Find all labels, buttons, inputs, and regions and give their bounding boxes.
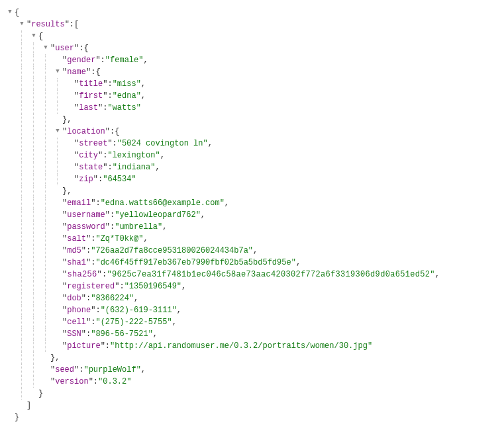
collapse-toggle[interactable]: ▼ bbox=[7, 8, 13, 17]
json-value: "9625c7ea31f7481b1ec046c58ae73aac420302f… bbox=[107, 269, 435, 281]
tree-row: "version": "0.3.2" bbox=[7, 376, 497, 388]
json-value: "female" bbox=[105, 54, 144, 67]
json-key: md5 bbox=[67, 245, 81, 257]
open-bracket: [ bbox=[74, 19, 79, 31]
tree-row: "seed": "purpleWolf", bbox=[7, 364, 497, 376]
tree-row: ▼ "location": { bbox=[7, 126, 497, 138]
json-key: city bbox=[79, 150, 98, 162]
json-key: cell bbox=[67, 316, 86, 329]
json-tree-viewer: ▼ { ▼ "results": [ ▼ { ▼ "user": { "gend… bbox=[7, 7, 497, 423]
json-key: zip bbox=[79, 173, 93, 186]
json-value: "purpleWolf" bbox=[83, 364, 140, 376]
json-key: dob bbox=[67, 292, 81, 305]
json-key: username bbox=[67, 209, 105, 222]
tree-row: "sha1": "dc46f45ff917eb367eb7990fbf02b5a… bbox=[7, 257, 497, 269]
tree-row: ] bbox=[7, 400, 497, 411]
json-key: gender bbox=[67, 54, 95, 67]
tree-row: }, bbox=[7, 185, 497, 197]
json-key: sha1 bbox=[67, 257, 86, 269]
json-value: "yellowleopard762" bbox=[115, 209, 201, 222]
json-value: "dc46f45ff917eb367eb7990fbf02b5a5bd5fd95… bbox=[95, 257, 295, 269]
tree-row: } bbox=[7, 411, 497, 423]
tree-row: ▼ "name": { bbox=[7, 66, 497, 78]
json-value: "1350196549" bbox=[125, 280, 181, 293]
json-key-name: name bbox=[67, 66, 86, 79]
json-key: seed bbox=[55, 364, 74, 376]
json-value: "umbrella" bbox=[115, 221, 162, 234]
tree-row: "street": "5024 covington ln", bbox=[7, 138, 497, 150]
tree-row: "title": "miss", bbox=[7, 78, 497, 90]
open-brace: { bbox=[83, 42, 88, 55]
json-value: "watts" bbox=[107, 102, 140, 114]
tree-row: "salt": "Zq*T0kk@", bbox=[7, 233, 497, 245]
json-value: "(275)-222-5755" bbox=[95, 316, 172, 329]
tree-row: }, bbox=[7, 114, 497, 126]
json-key: title bbox=[79, 78, 103, 91]
collapse-toggle[interactable]: ▼ bbox=[54, 127, 61, 136]
json-key: last bbox=[79, 102, 98, 114]
close-bracket: ] bbox=[26, 400, 31, 412]
json-value: "lexington" bbox=[107, 150, 160, 162]
tree-row: "zip": "64534" bbox=[7, 173, 497, 185]
close-brace: } bbox=[38, 388, 43, 400]
tree-row: "password": "umbrella", bbox=[7, 221, 497, 233]
tree-row: "sha256": "9625c7ea31f7481b1ec046c58ae73… bbox=[7, 269, 497, 280]
json-key: password bbox=[67, 221, 105, 234]
collapse-toggle[interactable]: ▼ bbox=[30, 32, 37, 41]
json-value: "0.3.2" bbox=[98, 376, 131, 388]
json-value: "896-56-7521" bbox=[91, 328, 153, 341]
json-value: "(632)-619-3111" bbox=[101, 304, 177, 317]
json-value: "5024 covington ln" bbox=[117, 138, 208, 150]
json-key-location: location bbox=[67, 126, 105, 138]
tree-row: "md5": "726aa2d7fa8cce953180026024434b7a… bbox=[7, 245, 497, 257]
json-value: "edna.watts66@example.com" bbox=[101, 197, 225, 210]
json-key-results: results bbox=[31, 19, 64, 31]
json-key: SSN bbox=[67, 328, 81, 341]
json-key: state bbox=[79, 161, 103, 174]
tree-row: "phone": "(632)-619-3111", bbox=[7, 304, 497, 316]
tree-row: "dob": "8366224", bbox=[7, 292, 497, 304]
tree-row: "picture": "http://api.randomuser.me/0.3… bbox=[7, 340, 497, 352]
json-key: salt bbox=[67, 233, 86, 245]
tree-row: "state": "indiana", bbox=[7, 161, 497, 173]
tree-row: "first": "edna", bbox=[7, 90, 497, 102]
tree-row: ▼ "results": [ bbox=[7, 19, 497, 30]
open-brace: { bbox=[15, 7, 19, 19]
tree-row: "city": "lexington", bbox=[7, 150, 497, 161]
json-key: registered bbox=[67, 280, 115, 293]
json-value: "http://api.randomuser.me/0.3.2/portrait… bbox=[110, 340, 372, 353]
tree-row: "email": "edna.watts66@example.com", bbox=[7, 197, 497, 209]
tree-row: "last": "watts" bbox=[7, 102, 497, 114]
open-brace: { bbox=[115, 126, 119, 138]
collapse-toggle[interactable]: ▼ bbox=[54, 67, 61, 77]
close-brace: }, bbox=[62, 114, 72, 126]
json-value: "726aa2d7fa8cce953180026024434b7a" bbox=[91, 245, 253, 257]
json-key: version bbox=[55, 376, 88, 388]
tree-row: "registered": "1350196549", bbox=[7, 280, 497, 292]
json-key: phone bbox=[67, 304, 91, 317]
open-brace: { bbox=[95, 66, 100, 79]
tree-row: ▼ { bbox=[7, 30, 497, 42]
json-key-user: user bbox=[55, 42, 74, 55]
tree-row: "username": "yellowleopard762", bbox=[7, 209, 497, 221]
close-brace: }, bbox=[50, 352, 60, 365]
tree-row: "gender": "female", bbox=[7, 54, 497, 66]
tree-row: "SSN": "896-56-7521", bbox=[7, 328, 497, 340]
close-brace: } bbox=[15, 411, 19, 424]
tree-row: ▼ "user": { bbox=[7, 42, 497, 54]
json-key: first bbox=[79, 90, 103, 103]
tree-row: }, bbox=[7, 352, 497, 364]
json-key: sha256 bbox=[68, 269, 97, 281]
tree-row: "cell": "(275)-222-5755", bbox=[7, 316, 497, 328]
json-value: "indiana" bbox=[113, 161, 156, 174]
json-key: email bbox=[67, 197, 91, 210]
close-brace: }, bbox=[62, 185, 72, 198]
open-brace: { bbox=[38, 30, 43, 43]
json-value: "edna" bbox=[113, 90, 141, 103]
json-key: street bbox=[79, 138, 107, 150]
collapse-toggle[interactable]: ▼ bbox=[19, 20, 25, 29]
json-value: "8366224" bbox=[91, 292, 134, 305]
json-key: picture bbox=[67, 340, 100, 353]
collapse-toggle[interactable]: ▼ bbox=[42, 44, 49, 53]
json-value: "Zq*T0kk@" bbox=[95, 233, 143, 245]
